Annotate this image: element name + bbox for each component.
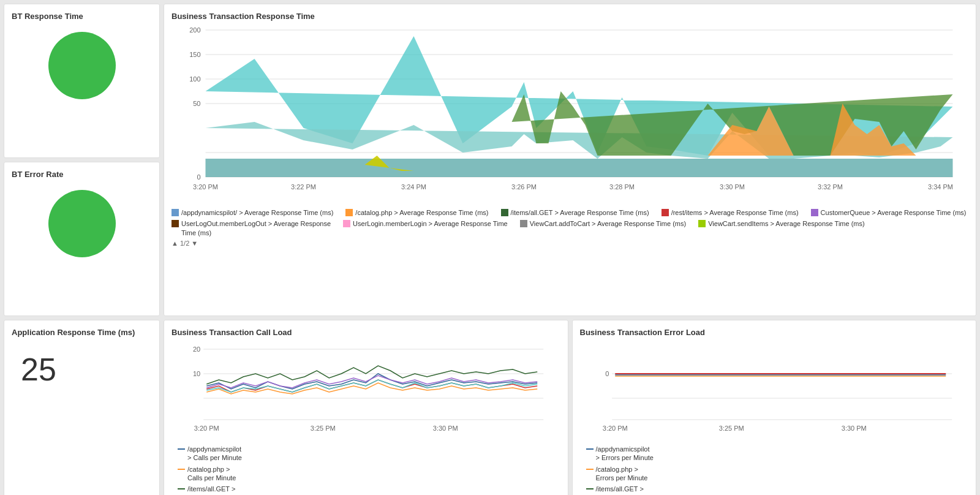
bt-call-load-card: Business Transaction Call Load 20 10 3:2…: [164, 320, 568, 495]
bt-response-circle: [48, 32, 116, 99]
call-legend-1: /appdynamicspilot> Calls per Minute: [178, 445, 242, 463]
legend-text-3: /items/all.GET > Average Response Time (…: [511, 208, 649, 217]
svg-text:3:30 PM: 3:30 PM: [841, 425, 866, 432]
legend-text-2: /catalog.php > Average Response Time (ms…: [355, 208, 488, 217]
error-legend-text-3: /items/all.GET >: [596, 485, 644, 493]
call-legend-text-3: /items/all.GET >: [187, 485, 235, 493]
error-legend-color-2: [586, 469, 594, 470]
bt-response-time-card: BT Response Time: [4, 4, 160, 158]
legend-color-4: [662, 209, 669, 216]
bt-error-load-svg: 0 3:20 PM 3:25 PM 3:30 PM: [580, 340, 969, 438]
legend-color-1: [172, 209, 179, 216]
call-legend-color-1: [178, 448, 185, 450]
svg-text:20: 20: [193, 346, 200, 353]
svg-text:3:20 PM: 3:20 PM: [193, 183, 218, 191]
bt-response-chart-card: Business Transaction Response Time 200 1…: [164, 4, 976, 316]
error-legend-color-3: [586, 488, 594, 489]
dark-teal-bottom: [206, 159, 953, 177]
legend-item-6: UserLogOut.memberLogOut > Average Respon…: [172, 219, 331, 237]
svg-text:3:32 PM: 3:32 PM: [818, 183, 843, 191]
error-legend-1: /appdynamicspilot> Errors per Minute: [586, 445, 654, 463]
call-legend-text-1: /appdynamicspilot> Calls per Minute: [187, 445, 242, 463]
bt-response-legend: /appdynamicspilot/ > Average Response Ti…: [172, 208, 968, 237]
bt-error-load-card: Business Transaction Error Load 0 3:20 P…: [572, 320, 977, 495]
legend-color-7: [343, 220, 350, 227]
legend-text-4: /rest/items > Average Response Time (ms): [671, 208, 799, 217]
bt-call-load-svg: 20 10 3:20 PM 3:25 PM 3:30 PM: [172, 340, 560, 438]
call-line-blue: [206, 374, 537, 389]
svg-text:3:24 PM: 3:24 PM: [401, 183, 426, 191]
bt-error-rate-title: BT Error Rate: [12, 170, 152, 179]
bt-response-time-title: BT Response Time: [12, 12, 152, 21]
legend-item-1: /appdynamicspilot/ > Average Response Ti…: [172, 208, 333, 217]
legend-item-9: ViewCart.sendItems > Average Response Ti…: [698, 219, 864, 237]
svg-text:3:34 PM: 3:34 PM: [928, 183, 953, 191]
error-legend-3: /items/all.GET >: [586, 485, 644, 493]
dashboard: BT Response Time BT Error Rate Business …: [0, 0, 980, 495]
bt-response-chart-title: Business Transaction Response Time: [172, 12, 968, 21]
legend-color-9: [698, 220, 706, 227]
svg-text:3:25 PM: 3:25 PM: [718, 425, 744, 432]
app-response-title: Application Response Time (ms): [12, 328, 152, 337]
svg-text:3:30 PM: 3:30 PM: [720, 183, 745, 191]
svg-text:10: 10: [193, 370, 200, 377]
legend-text-5: CustomerQueue > Average Response Time (m…: [821, 208, 967, 217]
call-legend-2: /catalog.php >Calls per Minute: [178, 465, 236, 483]
bt-error-circle-container: [12, 184, 152, 263]
svg-text:0: 0: [197, 173, 200, 181]
app-response-card: Application Response Time (ms) 25: [4, 320, 160, 495]
svg-text:150: 150: [189, 51, 200, 58]
legend-text-7: UserLogin.memberLogin > Average Response…: [353, 219, 508, 228]
error-legend-2: /catalog.php >Errors per Minute: [586, 465, 648, 483]
bt-response-pagination[interactable]: ▲ 1/2 ▼: [172, 240, 968, 247]
legend-text-6: UserLogOut.memberLogOut > Average Respon…: [181, 219, 331, 237]
legend-item-2: /catalog.php > Average Response Time (ms…: [345, 208, 488, 217]
legend-color-3: [501, 209, 508, 216]
bt-response-svg: 200 150 100 50 0 3:20 PM 3:22 PM 3:24 PM…: [172, 24, 968, 202]
svg-text:3:26 PM: 3:26 PM: [511, 183, 537, 191]
call-legend-3: /items/all.GET >: [178, 485, 235, 493]
svg-text:3:20 PM: 3:20 PM: [602, 425, 627, 432]
bottom-row: Application Response Time (ms) 25 Busine…: [4, 320, 976, 495]
call-legend-color-2: [178, 469, 185, 470]
legend-color-5: [811, 209, 818, 216]
error-legend-text-2: /catalog.php >Errors per Minute: [596, 465, 648, 483]
bt-call-load-title: Business Transaction Call Load: [172, 328, 560, 337]
call-legend-color-3: [178, 488, 185, 489]
left-panel: BT Response Time BT Error Rate: [4, 4, 160, 316]
app-response-value: 25: [12, 342, 152, 388]
svg-text:50: 50: [193, 100, 200, 107]
error-legend-text-1: /appdynamicspilot> Errors per Minute: [596, 445, 654, 463]
bt-call-legend: /appdynamicspilot> Calls per Minute /cat…: [178, 445, 300, 493]
legend-item-5: CustomerQueue > Average Response Time (m…: [811, 208, 967, 217]
legend-item-3: /items/all.GET > Average Response Time (…: [501, 208, 649, 217]
svg-text:3:22 PM: 3:22 PM: [291, 183, 316, 191]
legend-text-1: /appdynamicspilot/ > Average Response Ti…: [181, 208, 333, 217]
bt-error-circle: [48, 190, 116, 257]
svg-text:100: 100: [189, 75, 200, 83]
bt-response-circle-container: [12, 26, 152, 105]
legend-text-8: ViewCart.addToCart > Average Response Ti…: [530, 219, 686, 228]
legend-color-6: [172, 220, 179, 227]
svg-text:3:20 PM: 3:20 PM: [194, 425, 219, 432]
bt-error-load-title: Business Transaction Error Load: [580, 328, 969, 337]
legend-item-8: ViewCart.addToCart > Average Response Ti…: [520, 219, 686, 237]
call-legend-text-2: /catalog.php >Calls per Minute: [187, 465, 236, 483]
svg-text:3:30 PM: 3:30 PM: [433, 425, 458, 432]
svg-text:200: 200: [189, 26, 200, 34]
legend-item-4: /rest/items > Average Response Time (ms): [662, 208, 799, 217]
legend-color-8: [520, 220, 527, 227]
legend-color-2: [345, 209, 353, 216]
call-line-green: [206, 366, 537, 384]
bt-error-rate-card: BT Error Rate: [4, 162, 160, 316]
error-legend-color-1: [586, 448, 594, 450]
bt-error-legend: /appdynamicspilot> Errors per Minute /ca…: [586, 445, 709, 493]
svg-text:3:25 PM: 3:25 PM: [311, 425, 336, 432]
legend-text-9: ViewCart.sendItems > Average Response Ti…: [708, 219, 864, 228]
svg-text:3:28 PM: 3:28 PM: [609, 183, 635, 191]
legend-item-7: UserLogin.memberLogin > Average Response…: [343, 219, 508, 237]
svg-text:0: 0: [605, 370, 609, 377]
